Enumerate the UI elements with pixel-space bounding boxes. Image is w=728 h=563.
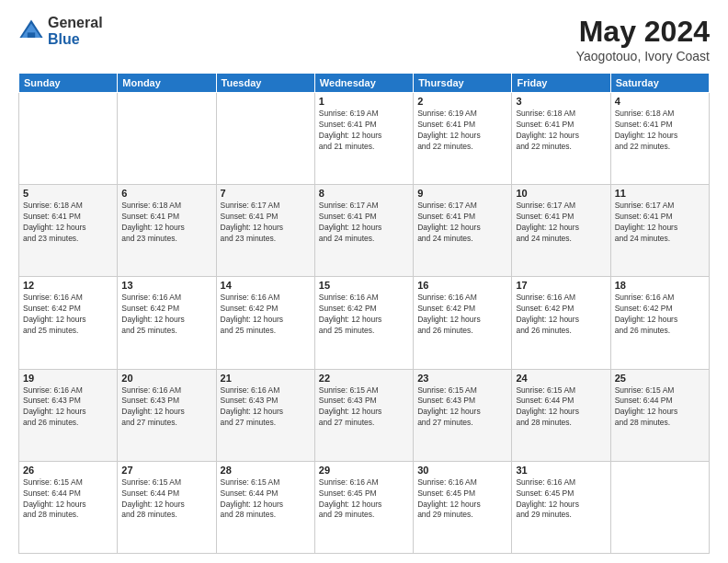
day-number: 15 xyxy=(319,280,409,291)
day-number: 12 xyxy=(23,280,113,291)
day-number: 18 xyxy=(615,280,705,291)
table-row xyxy=(118,93,216,185)
day-info: Sunrise: 6:16 AM Sunset: 6:43 PM Dayligh… xyxy=(23,385,113,430)
title-block: May 2024 Yaogotouo, Ivory Coast xyxy=(576,15,710,63)
table-row: 22Sunrise: 6:15 AM Sunset: 6:43 PM Dayli… xyxy=(314,369,413,461)
table-row: 6Sunrise: 6:18 AM Sunset: 6:41 PM Daylig… xyxy=(118,185,216,277)
day-number: 7 xyxy=(221,188,311,199)
table-row: 23Sunrise: 6:15 AM Sunset: 6:43 PM Dayli… xyxy=(414,369,512,461)
month-title: May 2024 xyxy=(576,15,710,49)
table-row: 19Sunrise: 6:16 AM Sunset: 6:43 PM Dayli… xyxy=(19,369,118,461)
calendar-week-row: 12Sunrise: 6:16 AM Sunset: 6:42 PM Dayli… xyxy=(19,277,710,369)
day-number: 8 xyxy=(319,188,409,199)
day-info: Sunrise: 6:15 AM Sunset: 6:43 PM Dayligh… xyxy=(319,385,409,430)
table-row: 16Sunrise: 6:16 AM Sunset: 6:42 PM Dayli… xyxy=(414,277,512,369)
day-number: 20 xyxy=(121,373,211,384)
day-info: Sunrise: 6:16 AM Sunset: 6:42 PM Dayligh… xyxy=(319,293,409,337)
logo-blue: Blue xyxy=(48,31,103,48)
day-number: 1 xyxy=(319,96,409,107)
logo: General Blue xyxy=(18,15,103,47)
day-info: Sunrise: 6:18 AM Sunset: 6:41 PM Dayligh… xyxy=(615,109,705,153)
day-info: Sunrise: 6:15 AM Sunset: 6:44 PM Dayligh… xyxy=(121,477,211,522)
day-info: Sunrise: 6:19 AM Sunset: 6:41 PM Dayligh… xyxy=(319,109,409,153)
day-number: 9 xyxy=(417,188,507,199)
calendar-week-row: 26Sunrise: 6:15 AM Sunset: 6:44 PM Dayli… xyxy=(19,461,710,553)
location-title: Yaogotouo, Ivory Coast xyxy=(576,49,710,63)
table-row: 1Sunrise: 6:19 AM Sunset: 6:41 PM Daylig… xyxy=(314,93,413,185)
table-row: 30Sunrise: 6:16 AM Sunset: 6:45 PM Dayli… xyxy=(414,461,512,553)
day-number: 31 xyxy=(516,465,606,476)
day-number: 16 xyxy=(417,280,507,291)
table-row: 13Sunrise: 6:16 AM Sunset: 6:42 PM Dayli… xyxy=(118,277,216,369)
day-number: 13 xyxy=(121,280,211,291)
calendar-week-row: 5Sunrise: 6:18 AM Sunset: 6:41 PM Daylig… xyxy=(19,185,710,277)
table-row: 25Sunrise: 6:15 AM Sunset: 6:44 PM Dayli… xyxy=(610,369,709,461)
table-row: 3Sunrise: 6:18 AM Sunset: 6:41 PM Daylig… xyxy=(512,93,610,185)
table-row: 20Sunrise: 6:16 AM Sunset: 6:43 PM Dayli… xyxy=(118,369,216,461)
table-row: 5Sunrise: 6:18 AM Sunset: 6:41 PM Daylig… xyxy=(19,185,118,277)
day-info: Sunrise: 6:16 AM Sunset: 6:43 PM Dayligh… xyxy=(121,385,211,430)
table-row: 24Sunrise: 6:15 AM Sunset: 6:44 PM Dayli… xyxy=(512,369,610,461)
day-number: 25 xyxy=(615,373,705,384)
day-number: 28 xyxy=(221,465,311,476)
day-number: 5 xyxy=(23,188,113,199)
col-monday: Monday xyxy=(118,74,216,93)
day-info: Sunrise: 6:16 AM Sunset: 6:42 PM Dayligh… xyxy=(615,293,705,337)
day-info: Sunrise: 6:16 AM Sunset: 6:43 PM Dayligh… xyxy=(221,385,311,430)
table-row: 10Sunrise: 6:17 AM Sunset: 6:41 PM Dayli… xyxy=(512,185,610,277)
col-wednesday: Wednesday xyxy=(314,74,413,93)
day-info: Sunrise: 6:16 AM Sunset: 6:42 PM Dayligh… xyxy=(417,293,507,337)
logo-general: General xyxy=(48,15,103,31)
day-number: 6 xyxy=(121,188,211,199)
table-row: 7Sunrise: 6:17 AM Sunset: 6:41 PM Daylig… xyxy=(216,185,314,277)
day-info: Sunrise: 6:17 AM Sunset: 6:41 PM Dayligh… xyxy=(516,201,606,245)
table-row: 28Sunrise: 6:15 AM Sunset: 6:44 PM Dayli… xyxy=(216,461,314,553)
day-info: Sunrise: 6:15 AM Sunset: 6:43 PM Dayligh… xyxy=(417,385,507,430)
day-info: Sunrise: 6:18 AM Sunset: 6:41 PM Dayligh… xyxy=(121,201,211,245)
day-info: Sunrise: 6:15 AM Sunset: 6:44 PM Dayligh… xyxy=(23,477,113,522)
table-row: 29Sunrise: 6:16 AM Sunset: 6:45 PM Dayli… xyxy=(314,461,413,553)
day-info: Sunrise: 6:16 AM Sunset: 6:45 PM Dayligh… xyxy=(319,477,409,522)
table-row: 12Sunrise: 6:16 AM Sunset: 6:42 PM Dayli… xyxy=(19,277,118,369)
svg-rect-2 xyxy=(28,32,35,38)
day-info: Sunrise: 6:16 AM Sunset: 6:42 PM Dayligh… xyxy=(516,293,606,337)
day-number: 10 xyxy=(516,188,606,199)
day-info: Sunrise: 6:18 AM Sunset: 6:41 PM Dayligh… xyxy=(516,109,606,153)
day-info: Sunrise: 6:19 AM Sunset: 6:41 PM Dayligh… xyxy=(417,109,507,153)
table-row xyxy=(19,93,118,185)
day-number: 29 xyxy=(319,465,409,476)
day-number: 11 xyxy=(615,188,705,199)
calendar-table: Sunday Monday Tuesday Wednesday Thursday… xyxy=(18,73,710,554)
day-info: Sunrise: 6:16 AM Sunset: 6:42 PM Dayligh… xyxy=(221,293,311,337)
day-number: 3 xyxy=(516,96,606,107)
day-info: Sunrise: 6:17 AM Sunset: 6:41 PM Dayligh… xyxy=(221,201,311,245)
logo-icon xyxy=(18,18,44,44)
day-info: Sunrise: 6:16 AM Sunset: 6:45 PM Dayligh… xyxy=(516,477,606,522)
day-number: 14 xyxy=(221,280,311,291)
table-row: 27Sunrise: 6:15 AM Sunset: 6:44 PM Dayli… xyxy=(118,461,216,553)
table-row: 2Sunrise: 6:19 AM Sunset: 6:41 PM Daylig… xyxy=(414,93,512,185)
table-row: 26Sunrise: 6:15 AM Sunset: 6:44 PM Dayli… xyxy=(19,461,118,553)
table-row: 11Sunrise: 6:17 AM Sunset: 6:41 PM Dayli… xyxy=(610,185,709,277)
day-number: 22 xyxy=(319,373,409,384)
day-info: Sunrise: 6:17 AM Sunset: 6:41 PM Dayligh… xyxy=(319,201,409,245)
table-row: 17Sunrise: 6:16 AM Sunset: 6:42 PM Dayli… xyxy=(512,277,610,369)
day-number: 24 xyxy=(516,373,606,384)
table-row: 4Sunrise: 6:18 AM Sunset: 6:41 PM Daylig… xyxy=(610,93,709,185)
day-info: Sunrise: 6:17 AM Sunset: 6:41 PM Dayligh… xyxy=(417,201,507,245)
day-number: 19 xyxy=(23,373,113,384)
table-row: 8Sunrise: 6:17 AM Sunset: 6:41 PM Daylig… xyxy=(314,185,413,277)
day-info: Sunrise: 6:15 AM Sunset: 6:44 PM Dayligh… xyxy=(221,477,311,522)
day-number: 23 xyxy=(417,373,507,384)
table-row: 9Sunrise: 6:17 AM Sunset: 6:41 PM Daylig… xyxy=(414,185,512,277)
day-info: Sunrise: 6:16 AM Sunset: 6:42 PM Dayligh… xyxy=(121,293,211,337)
table-row: 18Sunrise: 6:16 AM Sunset: 6:42 PM Dayli… xyxy=(610,277,709,369)
day-number: 27 xyxy=(121,465,211,476)
col-saturday: Saturday xyxy=(610,74,709,93)
day-info: Sunrise: 6:16 AM Sunset: 6:45 PM Dayligh… xyxy=(417,477,507,522)
day-number: 2 xyxy=(417,96,507,107)
day-number: 21 xyxy=(221,373,311,384)
day-info: Sunrise: 6:18 AM Sunset: 6:41 PM Dayligh… xyxy=(23,201,113,245)
day-number: 30 xyxy=(417,465,507,476)
table-row: 15Sunrise: 6:16 AM Sunset: 6:42 PM Dayli… xyxy=(314,277,413,369)
